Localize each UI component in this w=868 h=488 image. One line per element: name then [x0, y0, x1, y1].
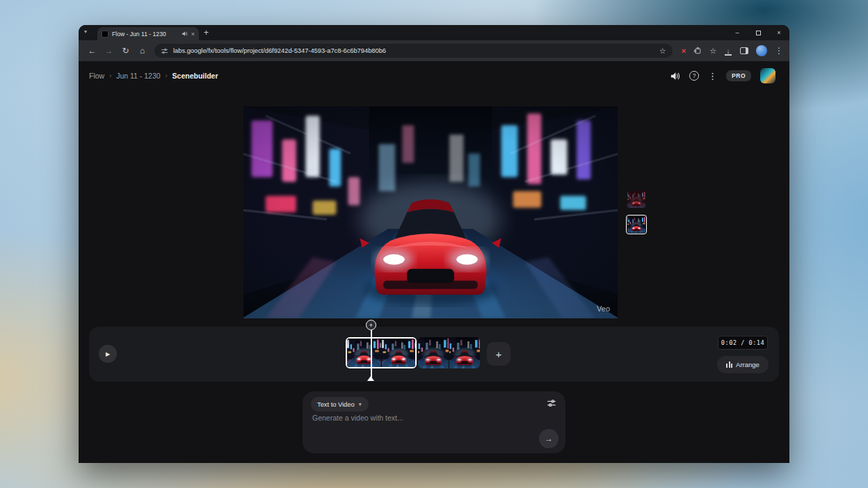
mode-dropdown[interactable]: Text to Video ▼ [311, 397, 369, 412]
scene-thumbnail-2-selected[interactable] [627, 216, 645, 233]
clip-frame [382, 339, 416, 367]
veo-watermark: Veo [597, 304, 610, 313]
minimize-button[interactable]: – [727, 25, 748, 40]
app-menu-icon[interactable]: ⋮ [708, 71, 717, 81]
address-bar[interactable]: labs.google/fx/tools/flow/project/d6f924… [154, 44, 673, 58]
browser-menu-button[interactable]: ⋮ [775, 46, 783, 56]
bookmark-star-icon[interactable]: ☆ [659, 47, 666, 56]
site-info-icon[interactable] [161, 47, 168, 55]
playhead-add-button[interactable]: + [366, 320, 376, 330]
downloads-icon[interactable]: ↓ [724, 47, 732, 55]
volume-icon[interactable] [670, 71, 680, 81]
arrange-button[interactable]: Arrange [717, 356, 769, 373]
prompt-panel: Text to Video ▼ → [303, 391, 565, 453]
app-header-actions: ? ⋮ PRO [670, 68, 775, 83]
scene-thumbnail-1[interactable] [627, 191, 645, 208]
settings-tune-icon[interactable] [547, 398, 556, 408]
scene-thumbnail-1-image [627, 191, 645, 208]
account-avatar[interactable] [760, 68, 775, 83]
video-preview[interactable]: Veo [243, 106, 618, 318]
tab-search-chevron-icon[interactable]: ▾ [84, 29, 87, 35]
browser-window: ▾ Flow - Jun 11 - 1230 × + – × ← → ↻ ⌂ l… [79, 25, 789, 463]
tab-close-button[interactable]: × [191, 31, 195, 38]
timeline-clip-1-selected[interactable] [346, 337, 417, 368]
maximize-button[interactable] [748, 25, 769, 40]
clip-frame [347, 339, 382, 367]
prompt-input[interactable] [312, 414, 514, 446]
submit-button[interactable]: → [539, 429, 558, 448]
desktop: ▾ Flow - Jun 11 - 1230 × + – × ← → ↻ ⌂ l… [0, 0, 868, 488]
playhead-line[interactable] [371, 330, 372, 377]
mode-label: Text to Video [317, 401, 355, 408]
toolbar-extension-icons: × ☆ ↓ ⋮ [682, 45, 783, 56]
breadcrumb-separator: › [109, 72, 111, 79]
timeline-panel: ▶ + 0:02 / 0:14 Arrange [89, 327, 779, 382]
arrange-label: Arrange [736, 361, 760, 368]
help-icon[interactable]: ? [689, 71, 699, 81]
tab-favicon [102, 31, 108, 38]
scene-thumbnail-2-image [627, 216, 645, 233]
reload-button[interactable]: ↻ [118, 46, 133, 56]
red-extension-icon[interactable]: × [682, 47, 686, 55]
clip-frame [449, 337, 480, 368]
back-button[interactable]: ← [85, 46, 99, 56]
time-display: 0:02 / 0:14 [718, 336, 768, 350]
browser-profile-avatar[interactable] [756, 45, 767, 56]
timeline-clip-2[interactable] [418, 337, 480, 368]
maximize-icon [756, 31, 761, 35]
tab-title: Flow - Jun 11 - 1230 [112, 31, 178, 38]
browser-tab[interactable]: Flow - Jun 11 - 1230 × [97, 27, 199, 40]
pro-badge: PRO [726, 70, 751, 81]
playhead-marker [367, 376, 374, 381]
home-button[interactable]: ⌂ [135, 46, 150, 56]
browser-toolbar: ← → ↻ ⌂ labs.google/fx/tools/flow/projec… [79, 40, 789, 61]
extensions-puzzle-icon[interactable] [693, 47, 702, 55]
breadcrumb: Flow › Jun 11 - 1230 › Scenebuilder [89, 72, 218, 80]
side-panel-icon[interactable] [740, 47, 748, 54]
breadcrumb-scenebuilder: Scenebuilder [172, 72, 218, 80]
bookmarks-list-icon[interactable]: ☆ [709, 47, 716, 56]
video-frame [243, 106, 618, 318]
breadcrumb-project-link[interactable]: Jun 11 - 1230 [116, 72, 160, 80]
url-text: labs.google/fx/tools/flow/project/d6f924… [173, 47, 654, 54]
breadcrumb-flow-link[interactable]: Flow [89, 72, 104, 80]
tab-audio-icon[interactable] [182, 31, 188, 37]
add-clip-button[interactable]: + [487, 342, 511, 366]
new-tab-button[interactable]: + [204, 28, 209, 38]
close-button[interactable]: × [769, 25, 789, 40]
clip-frame [418, 337, 449, 368]
tab-strip: ▾ Flow - Jun 11 - 1230 × + – × [79, 25, 789, 40]
window-controls: – × [727, 25, 789, 40]
play-button[interactable]: ▶ [99, 345, 117, 363]
chevron-down-icon: ▼ [358, 402, 362, 407]
breadcrumb-separator: › [166, 72, 168, 79]
arrange-icon [726, 361, 732, 368]
forward-button[interactable]: → [102, 46, 116, 56]
